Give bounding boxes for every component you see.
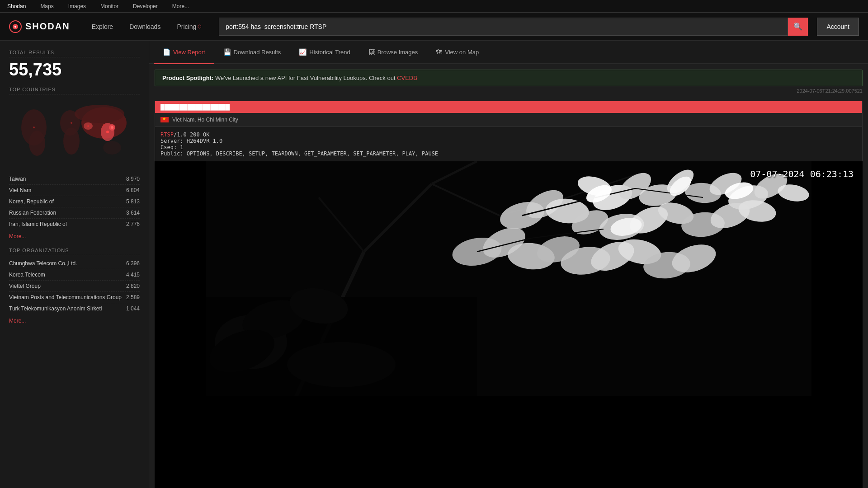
top-navbar: Shodan Maps Images Monitor Developer Mor…	[0, 0, 868, 13]
search-wrap: 🔍	[219, 18, 808, 36]
svg-point-18	[71, 122, 72, 124]
content-area: TOTAL RESULTS 55,735 TOP COUNTRIES	[0, 41, 868, 488]
country-count: 2,776	[126, 221, 140, 227]
org-row[interactable]: Turk Telekomunikasyon Anonim Sirketi 1,0…	[9, 303, 140, 314]
shodan-logo-icon	[9, 20, 22, 33]
org-count: 2,820	[126, 283, 140, 289]
trend-icon: 📈	[299, 48, 307, 56]
report-icon: 📄	[163, 48, 170, 56]
country-row[interactable]: Korea, Republic of 5,813	[9, 196, 140, 207]
org-count: 4,415	[126, 272, 140, 278]
org-name: Chunghwa Telecom Co.,Ltd.	[9, 260, 77, 267]
topnav-images[interactable]: Images	[61, 0, 93, 12]
country-row[interactable]: Russian Federation 3,614	[9, 207, 140, 219]
tab-label: Browse Images	[377, 49, 418, 56]
topnav-monitor[interactable]: Monitor	[93, 0, 126, 12]
orgs-section: TOP ORGANIZATIONS Chunghwa Telecom Co.,L…	[9, 248, 140, 324]
topnav-maps[interactable]: Maps	[33, 0, 61, 12]
search-icon: 🔍	[793, 22, 802, 31]
rtsp-data-block: RTSPRTSP/1.0 200 OK/1.0 200 OK Server: H…	[155, 127, 863, 161]
public-line: Public: OPTIONS, DESCRIBE, SETUP, TEARDO…	[160, 150, 857, 157]
country-name: Russian Federation	[9, 210, 56, 216]
map-icon: 🗺	[436, 48, 442, 56]
country-name: Iran, Islamic Republic of	[9, 221, 67, 227]
tab-browse-images[interactable]: 🖼 Browse Images	[359, 41, 427, 64]
country-name: Viet Nam	[9, 187, 31, 193]
alert-banner: Product Spotlight: We've Launched a new …	[155, 70, 863, 86]
countries-list: Taiwan 8,970 Viet Nam 6,804 Korea, Repub…	[9, 174, 140, 230]
tab-label: View Report	[173, 49, 205, 56]
country-count: 5,813	[126, 198, 140, 205]
svg-point-19	[33, 127, 35, 128]
search-input[interactable]	[219, 18, 788, 36]
org-count: 2,589	[126, 294, 140, 300]
cvedb-link[interactable]: CVEDB	[397, 75, 417, 81]
org-row[interactable]: Korea Telecom 4,415	[9, 269, 140, 281]
rtsp-version-line: RTSPRTSP/1.0 200 OK/1.0 200 OK	[160, 131, 857, 138]
org-row[interactable]: Chunghwa Telecom Co.,Ltd. 6,396	[9, 258, 140, 269]
svg-point-13	[103, 141, 121, 155]
svg-point-15	[106, 131, 109, 133]
logo-text: SHODAN	[25, 21, 70, 32]
org-name: Turk Telekomunikasyon Anonim Sirketi	[9, 305, 102, 312]
svg-point-9	[75, 105, 124, 123]
rtsp-version: RTSP	[160, 131, 174, 138]
nav-explore[interactable]: Explore	[84, 13, 121, 41]
alert-message: We've Launched a new API for Fast Vulner…	[215, 75, 397, 81]
org-row[interactable]: Viettel Group 2,820	[9, 281, 140, 292]
camera-timestamp: 07-07-2024 06:23:13	[750, 169, 854, 179]
svg-point-2	[14, 26, 16, 28]
world-map-svg	[9, 98, 136, 166]
alert-bold-text: Product Spotlight:	[162, 75, 213, 81]
result-timestamp: 2024-07-06T21:24:29.007521	[149, 86, 868, 95]
country-row[interactable]: Iran, Islamic Republic of 2,776	[9, 219, 140, 230]
svg-point-14	[111, 126, 113, 129]
result-card: ██████████████████ Viet Nam, Ho Chi Minh…	[155, 101, 863, 127]
tab-download-results[interactable]: 💾 Download Results	[214, 41, 290, 64]
org-name: Korea Telecom	[9, 272, 45, 278]
tabs-bar: 📄 View Report 💾 Download Results 📈 Histo…	[149, 41, 868, 64]
top-orgs-label: TOP ORGANIZATIONS	[9, 248, 140, 255]
account-button[interactable]: Account	[817, 18, 859, 36]
logo[interactable]: SHODAN	[9, 20, 70, 33]
tab-view-report[interactable]: 📄 View Report	[154, 41, 214, 64]
tab-view-on-map[interactable]: 🗺 View on Map	[427, 41, 488, 64]
sidebar: TOTAL RESULTS 55,735 TOP COUNTRIES	[0, 41, 149, 488]
top-countries-label: TOP COUNTRIES	[9, 87, 140, 94]
org-count: 1,044	[126, 305, 140, 312]
country-name: Korea, Republic of	[9, 198, 54, 205]
result-card-header: ██████████████████	[155, 101, 862, 113]
country-count: 6,804	[126, 187, 140, 193]
server-line: Server: H264DVR 1.0	[160, 138, 857, 144]
download-icon: 💾	[223, 48, 231, 56]
svg-point-5	[29, 131, 45, 156]
topnav-shodan[interactable]: Shodan	[0, 0, 33, 12]
result-location: Viet Nam, Ho Chi Minh City	[172, 117, 238, 123]
main-panel: 📄 View Report 💾 Download Results 📈 Histo…	[149, 41, 868, 488]
camera-feed: 07-07-2024 06:23:13	[155, 161, 863, 488]
countries-more-link[interactable]: More...	[9, 233, 26, 239]
total-results-label: TOTAL RESULTS	[9, 50, 140, 57]
country-row[interactable]: Viet Nam 6,804	[9, 185, 140, 196]
org-name: Viettel Group	[9, 283, 41, 289]
topnav-more[interactable]: More...	[165, 0, 196, 12]
nav-downloads[interactable]: Downloads	[121, 13, 169, 41]
orgs-more-link[interactable]: More...	[9, 318, 26, 324]
flag-vietnam	[160, 117, 169, 122]
total-results-value: 55,735	[9, 60, 140, 80]
org-row[interactable]: Vietnam Posts and Telecommunications Gro…	[9, 292, 140, 303]
svg-point-68	[287, 342, 396, 387]
main-navbar: SHODAN Explore Downloads Pricing ⬡ 🔍 Acc…	[0, 13, 868, 41]
nav-pricing[interactable]: Pricing ⬡	[169, 13, 210, 41]
country-row[interactable]: Taiwan 8,970	[9, 174, 140, 185]
result-card-meta: Viet Nam, Ho Chi Minh City	[155, 113, 862, 127]
external-link-icon: ⬡	[198, 24, 202, 29]
topnav-developer[interactable]: Developer	[126, 0, 165, 12]
orgs-list: Chunghwa Telecom Co.,Ltd. 6,396 Korea Te…	[9, 258, 140, 314]
tab-historical-trend[interactable]: 📈 Historical Trend	[290, 41, 359, 64]
search-button[interactable]: 🔍	[788, 18, 808, 36]
svg-point-7	[63, 127, 80, 155]
svg-point-17	[87, 125, 89, 127]
ip-placeholder: ██████████████████	[160, 104, 230, 110]
svg-point-16	[103, 124, 105, 126]
